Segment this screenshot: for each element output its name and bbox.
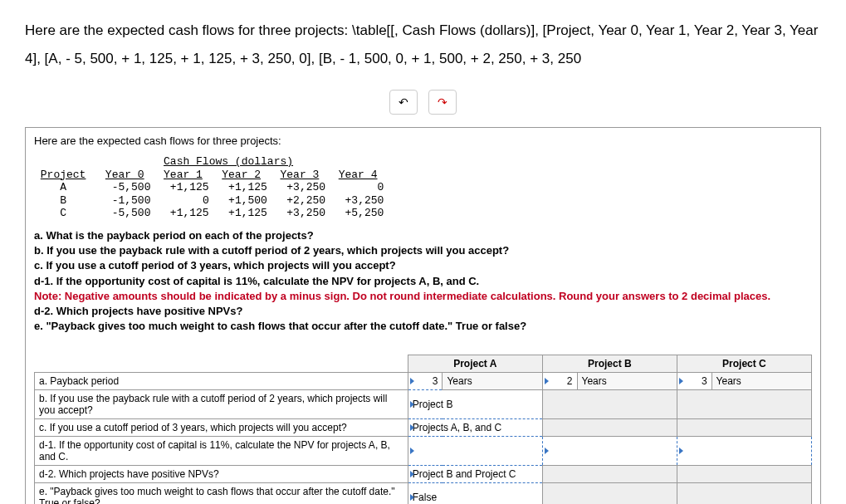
row-b-y0: -1,500: [112, 194, 151, 207]
cash-table-title: Cash Flows (dollars): [164, 155, 293, 168]
answer-section: Project A Project B Project C a. Payback…: [34, 355, 812, 504]
ans-a-unitB: Years: [577, 373, 677, 390]
row-a-y4: 0: [378, 181, 384, 193]
row-c-y2: +1,125: [228, 207, 267, 219]
ans-e-label: e. "Payback gives too much weight to cas…: [35, 483, 408, 504]
ans-e-blank2: [677, 483, 811, 504]
blank-header: [35, 355, 408, 373]
col-y0: Year 0: [105, 169, 144, 181]
ans-d2-blank2: [677, 466, 811, 483]
ans-d2-label: d-2. Which projects have positive NPVs?: [35, 466, 408, 483]
ans-c-blank2: [677, 419, 811, 437]
row-a-y2: +1,125: [228, 181, 267, 193]
row-b-y3: +2,250: [286, 194, 325, 207]
ans-a-unitA: Years: [443, 373, 542, 390]
row-b-y2: +1,500: [228, 194, 267, 207]
col-y2: Year 2: [222, 169, 261, 181]
toolbar: ↶ ↷: [25, 90, 821, 115]
q-e: e. "Payback gives too much weight to cas…: [34, 320, 526, 332]
ans-d1-valC[interactable]: [677, 437, 811, 466]
row-a-y0: -5,500: [112, 181, 151, 193]
ans-d1-valA[interactable]: [408, 437, 542, 466]
col-project: Project: [41, 169, 86, 181]
header-proj-b: Project B: [542, 355, 677, 373]
col-y3: Year 3: [280, 169, 319, 181]
q-a: a. What is the payback period on each of…: [34, 229, 314, 242]
row-c-y1: +1,125: [170, 207, 209, 219]
ans-e-blank1: [542, 483, 677, 504]
row-b-p: B: [60, 194, 66, 207]
ans-a-valB[interactable]: 2: [542, 373, 577, 390]
header-proj-c: Project C: [677, 355, 811, 373]
col-y4: Year 4: [339, 169, 378, 181]
col-y1: Year 1: [164, 169, 203, 181]
row-a-y1: +1,125: [170, 181, 209, 193]
ans-d1-valB[interactable]: [542, 437, 677, 466]
note-text: Note: Negative amounts should be indicat…: [34, 289, 812, 304]
ans-b-blank1: [542, 390, 677, 419]
redo-button[interactable]: ↷: [428, 90, 457, 115]
ans-b-blank2: [677, 390, 811, 419]
row-c-y3: +3,250: [286, 207, 325, 219]
intro-text: Here are the expected cash flows for thr…: [34, 135, 812, 147]
undo-button[interactable]: ↶: [389, 90, 418, 115]
ans-b-label: b. If you use the payback rule with a cu…: [35, 390, 408, 419]
row-b-y1: 0: [203, 194, 209, 207]
ans-a-label: a. Payback period: [35, 373, 408, 390]
ans-e-val[interactable]: False: [408, 483, 542, 504]
problem-statement: Here are the expected cash flows for thr…: [25, 17, 821, 73]
q-b: b. If you use the payback rule with a cu…: [34, 244, 509, 257]
row-b-y4: +3,250: [345, 194, 384, 207]
ans-a-unitC: Years: [712, 373, 811, 390]
ans-a-valC[interactable]: 3: [677, 373, 712, 390]
content-panel: Here are the expected cash flows for thr…: [25, 127, 821, 504]
q-d2: d-2. Which projects have positive NPVs?: [34, 305, 242, 317]
ans-c-blank1: [542, 419, 677, 437]
row-a-p: A: [60, 181, 66, 193]
answer-table: Project A Project B Project C a. Payback…: [34, 355, 812, 504]
row-a-y3: +3,250: [286, 181, 325, 193]
ans-d1-label: d-1. If the opportunity cost of capital …: [35, 437, 408, 466]
row-c-y0: -5,500: [112, 207, 151, 219]
row-c-y4: +5,250: [345, 207, 384, 219]
row-c-p: C: [60, 207, 66, 219]
ans-a-valA[interactable]: 3: [408, 373, 443, 390]
ans-d2-val[interactable]: Project B and Project C: [408, 466, 542, 483]
q-d1: d-1. If the opportunity cost of capital …: [34, 275, 479, 287]
question-block: a. What is the payback period on each of…: [34, 228, 812, 334]
ans-c-val[interactable]: Projects A, B, and C: [408, 419, 542, 437]
ans-b-val[interactable]: Project B: [408, 390, 542, 419]
ans-d2-blank1: [542, 466, 677, 483]
cash-flow-table: Cash Flows (dollars) Project Year 0 Year…: [34, 155, 812, 220]
q-c: c. If you use a cutoff period of 3 years…: [34, 259, 396, 272]
ans-c-label: c. If you use a cutoff period of 3 years…: [35, 419, 408, 437]
header-proj-a: Project A: [408, 355, 542, 373]
